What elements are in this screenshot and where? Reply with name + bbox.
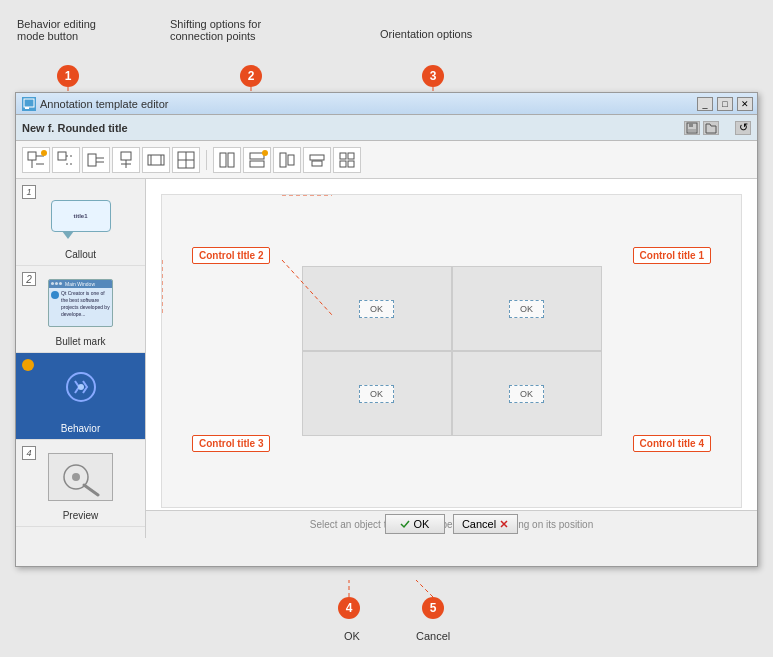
svg-rect-40 [312, 161, 322, 166]
dashed-box-3[interactable]: OK [359, 385, 394, 403]
open-icon[interactable] [703, 121, 719, 135]
svg-rect-38 [288, 155, 294, 165]
svg-rect-41 [340, 153, 346, 159]
toolbar-btn-6[interactable] [172, 147, 200, 173]
canvas-area: OK OK OK OK [146, 179, 757, 538]
bullet-window: Main Window Qt Creator is one of the bes… [48, 279, 113, 327]
panel-header-row: New f. Rounded title ↺ [16, 115, 757, 141]
content-area: 1 title1 Callout 2 [16, 179, 757, 538]
svg-rect-9 [24, 99, 34, 107]
item-num-1: 1 [22, 185, 36, 199]
minimize-button[interactable]: _ [697, 97, 713, 111]
annotation-label-5: Cancel [416, 630, 450, 642]
callout-shape: title1 [51, 200, 111, 232]
save-icon[interactable] [684, 121, 700, 135]
toolbar-btn-8[interactable] [243, 147, 271, 173]
control-title-2: Control tItle 2 [192, 247, 270, 264]
svg-rect-24 [121, 152, 131, 160]
quadrant-row-1: OK OK [302, 266, 602, 351]
toolbar-btn-9[interactable] [273, 147, 301, 173]
bullet-content: Qt Creator is one of the best software p… [49, 288, 112, 320]
svg-rect-13 [688, 129, 696, 132]
svg-rect-42 [348, 153, 354, 159]
control-title-3: Control title 3 [192, 435, 270, 452]
ok-label: OK [413, 518, 429, 530]
callout-thumbnail: 1 title1 [20, 183, 141, 248]
quadrant-br: OK [452, 351, 602, 436]
app-icon [22, 97, 36, 111]
cancel-icon [499, 519, 509, 529]
quadrant-row-2: OK OK [302, 351, 602, 436]
svg-rect-34 [228, 153, 234, 167]
svg-point-46 [78, 384, 84, 390]
toolbar-btn-5[interactable] [142, 147, 170, 173]
list-item-preview[interactable]: 4 Preview [16, 440, 145, 527]
svg-line-4 [416, 580, 433, 597]
annotation-badge-4: 4 [338, 597, 360, 619]
dot3 [59, 282, 62, 285]
annotation-label-2: Shifting options forconnection points [170, 18, 261, 42]
preview-thumbnail: 4 [20, 444, 141, 509]
svg-rect-21 [88, 154, 96, 166]
svg-rect-44 [348, 161, 354, 167]
item-num-2: 2 [22, 272, 36, 286]
annotation-label-1: Behavior editingmode button [17, 18, 96, 42]
quadrant-grid: OK OK OK OK [302, 266, 602, 436]
window-bar: Main Window [49, 280, 112, 288]
main-window: Annotation template editor _ □ ✕ New f. … [15, 92, 758, 567]
svg-line-49 [84, 485, 98, 495]
maximize-button[interactable]: □ [717, 97, 733, 111]
quadrant-tl: OK [302, 266, 452, 351]
dot1 [51, 282, 54, 285]
annotation-badge-1: 1 [57, 65, 79, 87]
list-item-callout[interactable]: 1 title1 Callout [16, 179, 145, 266]
active-dot [22, 359, 34, 371]
bullet-label: Bullet mark [20, 335, 141, 348]
list-item-bullet[interactable]: 2 Main Window Qt Creator is one of the b… [16, 266, 145, 353]
toolbar-btn-10[interactable] [303, 147, 331, 173]
control-title-1: Control title 1 [633, 247, 711, 264]
toolbar-btn-3[interactable] [82, 147, 110, 173]
svg-rect-39 [310, 155, 324, 160]
toolbar-btn-4[interactable] [112, 147, 140, 173]
toolbar-btn-2[interactable] [52, 147, 80, 173]
title-bar: Annotation template editor _ □ ✕ [16, 93, 757, 115]
dashed-box-4[interactable]: OK [509, 385, 544, 403]
toolbar-btn-11[interactable] [333, 147, 361, 173]
callout-label: Callout [20, 248, 141, 261]
toolbar-btn-1[interactable] [22, 147, 50, 173]
dialog-buttons-row: OK Cancel [146, 510, 757, 538]
close-button[interactable]: ✕ [737, 97, 753, 111]
preview-image [48, 453, 113, 501]
ok-button[interactable]: OK [385, 514, 445, 534]
dashed-box-1[interactable]: OK [359, 300, 394, 318]
quadrant-tr: OK [452, 266, 602, 351]
cancel-button[interactable]: Cancel [453, 514, 518, 534]
behavior-icon [61, 367, 101, 413]
svg-rect-12 [689, 123, 693, 127]
left-panel: 1 title1 Callout 2 [16, 179, 146, 538]
toolbar [16, 141, 757, 179]
ok-icon [400, 519, 410, 529]
annotation-label-3: Orientation options [380, 28, 472, 40]
svg-rect-10 [25, 107, 29, 109]
dot2 [55, 282, 58, 285]
annotation-badge-5: 5 [422, 597, 444, 619]
window-title: Annotation template editor [40, 98, 168, 110]
toolbar-sep-1 [206, 150, 207, 170]
panel-header-icons: ↺ [684, 121, 751, 135]
quadrant-bl: OK [302, 351, 452, 436]
list-item-behavior[interactable]: Behavior [16, 353, 145, 440]
panel-header-text: New f. Rounded title [22, 122, 128, 134]
bullet-thumbnail: 2 Main Window Qt Creator is one of the b… [20, 270, 141, 335]
window-controls: _ □ ✕ [697, 97, 753, 111]
dashed-box-2[interactable]: OK [509, 300, 544, 318]
svg-rect-14 [28, 152, 36, 160]
toolbar-btn-7[interactable] [213, 147, 241, 173]
callout-bubble: title1 [51, 200, 111, 232]
svg-rect-33 [220, 153, 226, 167]
behavior-thumbnail [20, 357, 141, 422]
svg-rect-43 [340, 161, 346, 167]
undo-icon[interactable]: ↺ [735, 121, 751, 135]
control-title-4: Control title 4 [633, 435, 711, 452]
